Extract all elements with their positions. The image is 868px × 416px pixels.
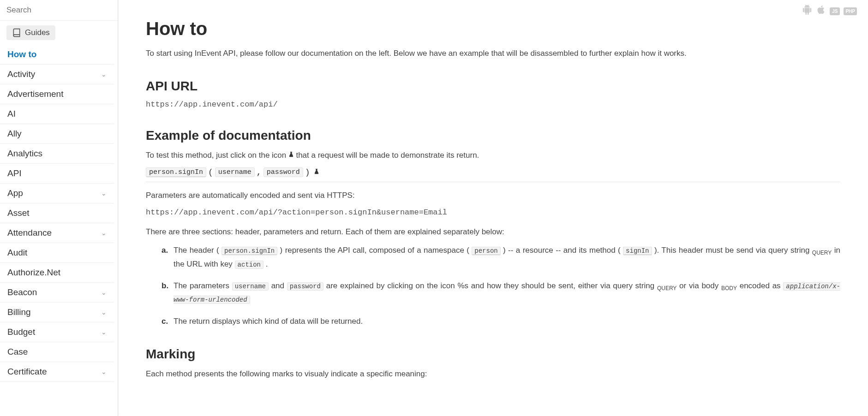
marking-heading: Marking	[146, 347, 840, 362]
sidebar-item-label: Budget	[7, 327, 35, 337]
sidebar-item-certificate[interactable]: Certificate⌄	[0, 362, 114, 382]
chevron-down-icon: ⌄	[101, 328, 107, 336]
code-person[interactable]: person	[472, 247, 500, 255]
chevron-down-icon: ⌄	[101, 229, 107, 237]
chevron-down-icon: ⌄	[101, 368, 107, 375]
sidebar-item-label: Certificate	[7, 367, 47, 377]
paren-open: (	[208, 168, 213, 177]
sidebar-item-ally[interactable]: Ally	[0, 124, 114, 144]
test-text-after: that a request will be made to demonstra…	[296, 151, 479, 160]
sidebar-item-label: Analytics	[7, 149, 42, 159]
code-person-signin[interactable]: person.signIn	[221, 247, 277, 255]
book-icon	[12, 28, 21, 37]
sidebar-item-label: Advertisement	[7, 89, 63, 99]
sidebar-item-api[interactable]: API	[0, 164, 114, 184]
chevron-down-icon: ⌄	[101, 190, 107, 197]
sidebar-item-label: Activity	[7, 69, 35, 79]
params-auto-text: Parameters are automatically encoded and…	[146, 190, 840, 202]
php-badge[interactable]: PHP	[844, 7, 857, 15]
search-input[interactable]	[6, 6, 111, 15]
sidebar: Guides How toActivity⌄AdvertisementAIAll…	[0, 0, 118, 416]
sidebar-item-app[interactable]: App⌄	[0, 184, 114, 203]
js-badge[interactable]: JS	[830, 7, 840, 15]
sidebar-item-label: Authorize.Net	[7, 267, 60, 278]
query-badge-b: QUERY	[657, 285, 676, 291]
code-action: action	[235, 261, 263, 269]
sidebar-item-ai[interactable]: AI	[0, 104, 114, 124]
chevron-down-icon: ⌄	[101, 289, 107, 296]
method-signature: person.signIn ( username , password )	[146, 167, 840, 182]
code-username: username	[232, 282, 269, 291]
flask-icon-method[interactable]	[314, 168, 319, 177]
sidebar-item-case[interactable]: Case	[0, 342, 114, 362]
sidebar-item-label: App	[7, 188, 23, 198]
list-item-b: The parameters username and password are…	[164, 279, 840, 306]
search-box	[0, 0, 118, 21]
list-item-a: The header ( person.signIn ) represents …	[164, 244, 840, 270]
marking-text: Each method presents the following marks…	[146, 368, 840, 380]
sidebar-item-attendance[interactable]: Attendance⌄	[0, 223, 114, 243]
code-password: password	[287, 282, 323, 291]
sidebar-item-how-to[interactable]: How to	[0, 45, 114, 65]
sidebar-item-activity[interactable]: Activity⌄	[0, 65, 114, 84]
api-url-value: https://app.inevent.com/api/	[146, 100, 840, 109]
nav-wrapper: How toActivity⌄AdvertisementAIAllyAnalyt…	[0, 45, 118, 416]
query-badge-a: QUERY	[812, 250, 832, 256]
guides-row: Guides	[0, 21, 118, 45]
sidebar-item-label: Asset	[7, 208, 30, 218]
sections-intro: There are three sections: header, parame…	[146, 226, 840, 238]
sidebar-item-audit[interactable]: Audit	[0, 243, 114, 263]
explanation-list: The header ( person.signIn ) represents …	[164, 244, 840, 327]
test-text-before: To test this method, just click on the i…	[146, 151, 288, 160]
sidebar-item-label: Ally	[7, 129, 22, 139]
code-signin[interactable]: signIn	[623, 247, 652, 255]
sidebar-item-beacon[interactable]: Beacon⌄	[0, 283, 114, 303]
chevron-down-icon: ⌄	[101, 71, 107, 78]
sidebar-item-label: Audit	[7, 248, 27, 258]
param-username-chip[interactable]: username	[215, 167, 255, 177]
paren-close: )	[305, 168, 310, 177]
encoded-url: https://app.inevent.com/api/?action=pers…	[146, 208, 840, 217]
guides-button[interactable]: Guides	[6, 25, 55, 40]
sidebar-item-billing[interactable]: Billing⌄	[0, 303, 114, 322]
sidebar-item-label: Billing	[7, 307, 31, 317]
sidebar-item-label: How to	[7, 49, 36, 59]
guides-label: Guides	[25, 28, 50, 37]
sidebar-item-advertisement[interactable]: Advertisement	[0, 84, 114, 104]
test-method-text: To test this method, just click on the i…	[146, 149, 840, 161]
nav-list[interactable]: How toActivity⌄AdvertisementAIAllyAnalyt…	[0, 45, 118, 416]
comma: ,	[257, 168, 262, 177]
platform-icons: JS PHP	[802, 5, 857, 18]
list-item-c: The return displays which kind of data w…	[164, 315, 840, 327]
chevron-down-icon: ⌄	[101, 309, 107, 316]
apple-icon[interactable]	[816, 5, 826, 18]
sidebar-item-label: Attendance	[7, 228, 52, 238]
sidebar-item-label: Beacon	[7, 287, 37, 297]
sidebar-item-authorize-net[interactable]: Authorize.Net	[0, 263, 114, 283]
sidebar-item-asset[interactable]: Asset	[0, 203, 114, 223]
sidebar-item-label: AI	[7, 109, 16, 119]
param-password-chip[interactable]: password	[263, 167, 303, 177]
flask-icon[interactable]	[288, 151, 296, 159]
main-content: JS PHP How to To start using InEvent API…	[118, 0, 868, 416]
intro-text: To start using InEvent API, please follo…	[146, 48, 840, 59]
page-title: How to	[146, 18, 840, 39]
method-name-chip[interactable]: person.signIn	[146, 167, 206, 177]
sidebar-item-analytics[interactable]: Analytics	[0, 144, 114, 164]
sidebar-item-label: API	[7, 168, 22, 178]
sidebar-item-label: Case	[7, 347, 28, 357]
sidebar-item-budget[interactable]: Budget⌄	[0, 322, 114, 342]
android-icon[interactable]	[802, 5, 812, 18]
body-badge: BODY	[721, 285, 737, 291]
example-heading: Example of documentation	[146, 128, 840, 143]
api-url-heading: API URL	[146, 79, 840, 94]
